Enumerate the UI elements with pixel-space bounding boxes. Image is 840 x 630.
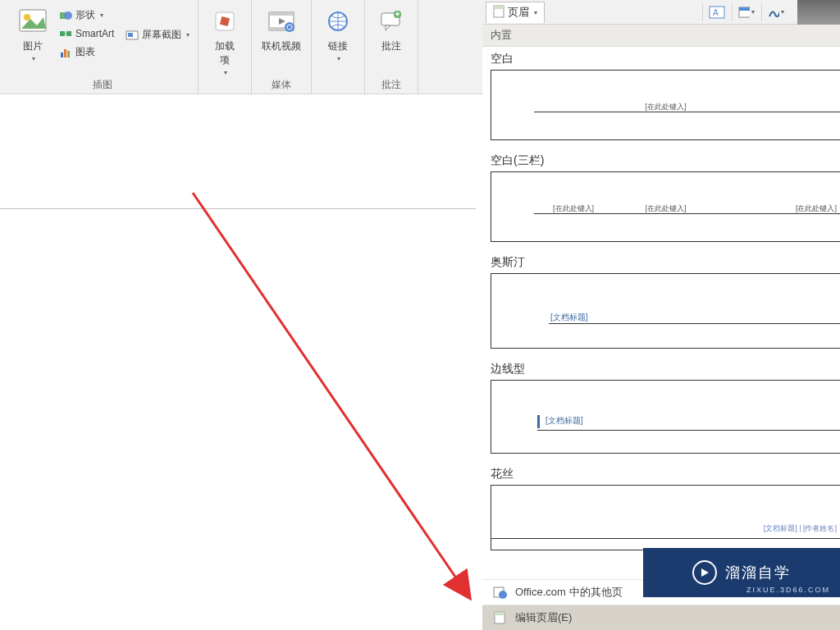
- chevron-down-icon: ▾: [224, 69, 227, 76]
- link-icon: [322, 5, 354, 38]
- placeholder-text: [文档标题]: [550, 312, 588, 323]
- accent-bar: [537, 415, 540, 428]
- template-preview-blank[interactable]: [在此处键入]: [491, 70, 840, 140]
- background-photo-strip: [797, 0, 840, 25]
- svg-rect-27: [739, 7, 750, 11]
- group-label: [337, 80, 340, 92]
- page-icon: [492, 610, 507, 625]
- group-addins: 加载 项 ▾: [199, 0, 252, 94]
- header-footer-toolbar: 页眉 ▾ A ▾ ▾ Ω: [482, 0, 840, 25]
- svg-rect-10: [128, 33, 133, 37]
- template-name-flower: 花丝: [482, 465, 840, 485]
- group-links: 链接 ▾: [312, 0, 365, 94]
- shapes-button[interactable]: 形状 ▾: [56, 7, 117, 24]
- watermark-text: 溜溜自学: [725, 563, 791, 582]
- svg-point-29: [499, 591, 507, 599]
- smartart-label: SmartArt: [75, 28, 114, 39]
- svg-marker-20: [386, 25, 390, 30]
- svg-rect-7: [64, 49, 66, 57]
- preview-rule: [534, 213, 840, 214]
- page-edge: [0, 111, 476, 209]
- svg-rect-8: [67, 51, 70, 57]
- template-preview-blank3[interactable]: [在此处键入] [在此处键入] [在此处键入]: [491, 171, 840, 242]
- template-name-blank3: 空白(三栏): [482, 152, 840, 171]
- placeholder-text: [文档标题] | [作者姓名]: [764, 523, 837, 534]
- header-dropdown-toggle[interactable]: 页眉 ▾: [486, 2, 545, 23]
- picture-label: 图片: [23, 39, 43, 53]
- svg-text:A: A: [713, 8, 719, 17]
- svg-rect-4: [60, 31, 65, 36]
- screenshot-label: 屏幕截图: [142, 28, 181, 42]
- chart-button[interactable]: 图表: [56, 43, 117, 61]
- picture-button[interactable]: 图片 ▾: [11, 3, 54, 64]
- addins-button[interactable]: 加载 项 ▾: [203, 3, 246, 78]
- svg-rect-23: [494, 6, 504, 9]
- group-illustrations: 图片 ▾ 形状 ▾ SmartArt: [0, 0, 199, 94]
- chevron-down-icon: ▾: [781, 8, 784, 16]
- addins-label: 加载 项: [215, 39, 235, 67]
- group-label: [224, 80, 226, 92]
- svg-rect-14: [269, 12, 294, 16]
- signature-button[interactable]: ▾: [761, 3, 784, 21]
- quickparts-button[interactable]: ▾: [732, 3, 755, 21]
- template-preview-border[interactable]: [文档标题]: [491, 380, 840, 454]
- screenshot-button[interactable]: 屏幕截图 ▾: [122, 26, 193, 43]
- shapes-label: 形状: [75, 8, 95, 22]
- preview-rule: [549, 323, 840, 324]
- office-online-icon: [492, 585, 507, 600]
- video-label: 联机视频: [262, 39, 301, 53]
- video-icon: [265, 5, 298, 38]
- more-online-label: Office.com 中的其他页: [515, 585, 623, 600]
- header-label: 页眉: [508, 5, 529, 20]
- links-button[interactable]: 链接 ▾: [317, 3, 359, 64]
- template-preview-flower[interactable]: [文档标题] | [作者姓名]: [491, 485, 840, 550]
- svg-rect-31: [495, 612, 504, 615]
- chevron-down-icon: ▾: [751, 8, 755, 16]
- preview-rule: [537, 430, 840, 431]
- play-icon: [692, 560, 717, 585]
- comment-button[interactable]: 批注: [370, 3, 413, 55]
- template-name-blank: 空白: [482, 50, 840, 70]
- template-preview-austin[interactable]: [文档标题]: [491, 273, 840, 349]
- svg-rect-6: [61, 52, 63, 57]
- chevron-down-icon: ▾: [100, 11, 103, 19]
- gallery-section-header: 内置: [482, 25, 840, 47]
- watermark-logo: 溜溜自学 ZIXUE.3D66.COM: [643, 548, 840, 597]
- addins-icon: [208, 5, 241, 38]
- group-label: 批注: [381, 78, 401, 92]
- group-label: 媒体: [272, 78, 291, 92]
- template-name-austin: 奥斯汀: [482, 253, 840, 273]
- links-label: 链接: [328, 39, 348, 53]
- comment-label: 批注: [381, 39, 401, 53]
- shapes-icon: [59, 9, 72, 22]
- preview-rule: [534, 112, 840, 112]
- page-edge: [0, 221, 476, 566]
- chevron-down-icon: ▾: [32, 55, 35, 62]
- group-media: 联机视频 媒体: [252, 0, 312, 94]
- edit-header-menuitem[interactable]: 编辑页眉(E): [482, 605, 840, 630]
- group-comments: 批注 批注: [365, 0, 418, 94]
- smartart-icon: [59, 27, 72, 40]
- chevron-down-icon: ▾: [186, 31, 189, 39]
- svg-point-17: [285, 22, 294, 32]
- svg-rect-5: [66, 31, 71, 36]
- smartart-button[interactable]: SmartArt: [56, 25, 117, 42]
- group-label: 插图: [93, 78, 112, 92]
- svg-point-1: [24, 14, 30, 21]
- svg-marker-33: [701, 568, 709, 577]
- preview-rule: [491, 538, 840, 539]
- picture-icon: [16, 5, 49, 38]
- comment-icon: [375, 5, 408, 38]
- textbox-button[interactable]: A: [702, 3, 725, 21]
- chevron-down-icon: ▾: [337, 55, 340, 62]
- placeholder-text: [文档标题]: [546, 415, 583, 427]
- page-icon: [493, 5, 504, 21]
- chart-icon: [59, 46, 72, 59]
- watermark-url: ZIXUE.3D66.COM: [746, 586, 830, 594]
- screenshot-icon: [126, 29, 139, 42]
- header-gallery: 空白 [在此处键入] 空白(三栏) [在此处键入] [在此处键入] [在此处键入…: [482, 47, 840, 550]
- online-video-button[interactable]: 联机视频: [257, 3, 306, 55]
- svg-point-3: [64, 11, 72, 20]
- edit-header-label: 编辑页眉(E): [515, 610, 572, 625]
- chart-label: 图表: [75, 45, 95, 59]
